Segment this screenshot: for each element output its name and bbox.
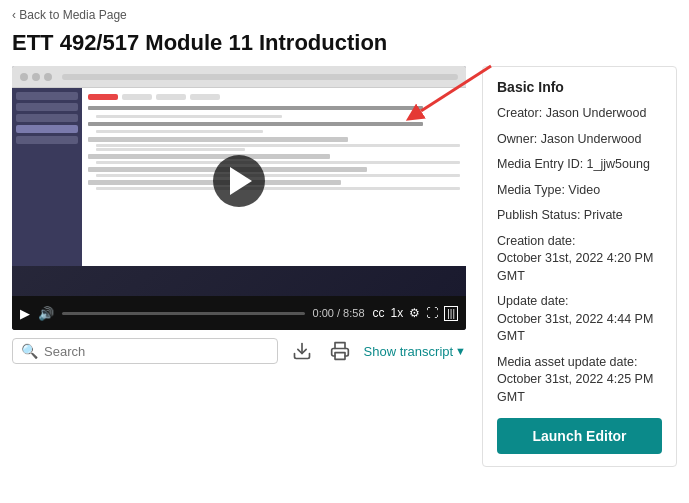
- back-link[interactable]: ‹ Back to Media Page: [12, 8, 127, 22]
- ctrl-icons: cc 1x ⚙ ⛶ |||: [373, 306, 458, 321]
- media-type-label: Media Type: Video: [497, 183, 600, 197]
- search-bar: 🔍 Show transcript ▼: [12, 330, 466, 364]
- creator-row: Creator: Jason Underwood: [497, 105, 662, 123]
- download-icon: [292, 341, 312, 361]
- show-transcript-label: Show transcript: [364, 344, 454, 359]
- update-date-label: Update date:: [497, 293, 662, 311]
- media-id-label: Media Entry ID: 1_jjw5oung: [497, 157, 650, 171]
- vs-main: [82, 88, 466, 266]
- search-input-wrap[interactable]: 🔍: [12, 338, 278, 364]
- video-player: ▶ 🔊 0:00 / 8:58 cc 1x ⚙ ⛶ |||: [12, 66, 466, 330]
- update-date-row: Update date: October 31st, 2022 4:44 PM …: [497, 293, 662, 346]
- play-icon: [230, 167, 252, 195]
- search-input[interactable]: [44, 344, 269, 359]
- creator-label: Creator: Jason Underwood: [497, 106, 646, 120]
- creation-date-row: Creation date: October 31st, 2022 4:20 P…: [497, 233, 662, 286]
- owner-label: Owner: Jason Underwood: [497, 132, 642, 146]
- pip-button[interactable]: |||: [444, 306, 458, 321]
- settings-button[interactable]: ⚙: [409, 306, 420, 320]
- asset-update-date-label: Media asset update date:: [497, 354, 662, 372]
- media-type-row: Media Type: Video: [497, 182, 662, 200]
- creation-date-label: Creation date:: [497, 233, 662, 251]
- video-section: ▶ 🔊 0:00 / 8:58 cc 1x ⚙ ⛶ |||: [12, 66, 466, 477]
- page-title: ETT 492/517 Module 11 Introduction: [0, 26, 689, 66]
- vs-topbar-dot: [20, 73, 28, 81]
- asset-update-date-row: Media asset update date: October 31st, 2…: [497, 354, 662, 407]
- vs-topbar-dot: [32, 73, 40, 81]
- media-id-row: Media Entry ID: 1_jjw5oung: [497, 156, 662, 174]
- owner-row: Owner: Jason Underwood: [497, 131, 662, 149]
- download-button[interactable]: [288, 339, 316, 363]
- vs-sidebar: [12, 88, 82, 266]
- speed-button[interactable]: 1x: [391, 306, 404, 320]
- vs-header-tabs: [88, 94, 460, 100]
- creation-date-value: October 31st, 2022 4:20 PM GMT: [497, 250, 662, 285]
- play-control-button[interactable]: ▶: [20, 306, 30, 321]
- show-transcript-button[interactable]: Show transcript ▼: [364, 344, 466, 359]
- update-date-value: October 31st, 2022 4:44 PM GMT: [497, 311, 662, 346]
- cc-button[interactable]: cc: [373, 306, 385, 320]
- video-inner: [12, 66, 466, 296]
- info-panel: Basic Info Creator: Jason Underwood Owne…: [482, 66, 677, 477]
- asset-update-date-value: October 31st, 2022 4:25 PM GMT: [497, 371, 662, 406]
- print-icon: [330, 341, 350, 361]
- video-controls: ▶ 🔊 0:00 / 8:58 cc 1x ⚙ ⛶ |||: [12, 296, 466, 330]
- publish-status-label: Publish Status: Private: [497, 208, 623, 222]
- fullscreen-button[interactable]: ⛶: [426, 306, 438, 320]
- search-icon: 🔍: [21, 343, 38, 359]
- chevron-down-icon: ▼: [455, 345, 466, 357]
- progress-bar[interactable]: [62, 312, 305, 315]
- publish-status-row: Publish Status: Private: [497, 207, 662, 225]
- vs-topbar-dot: [44, 73, 52, 81]
- info-section-title: Basic Info: [497, 79, 662, 95]
- time-display: 0:00 / 8:58: [313, 307, 365, 319]
- launch-editor-button[interactable]: Launch Editor: [497, 418, 662, 454]
- play-button[interactable]: [213, 155, 265, 207]
- volume-button[interactable]: 🔊: [38, 306, 54, 321]
- vs-topbar: [12, 66, 466, 88]
- video-wrapper: ▶ 🔊 0:00 / 8:58 cc 1x ⚙ ⛶ |||: [12, 66, 466, 330]
- print-button[interactable]: [326, 339, 354, 363]
- info-section: Basic Info Creator: Jason Underwood Owne…: [482, 66, 677, 467]
- svg-rect-3: [335, 353, 345, 360]
- breadcrumb[interactable]: ‹ Back to Media Page: [0, 0, 689, 26]
